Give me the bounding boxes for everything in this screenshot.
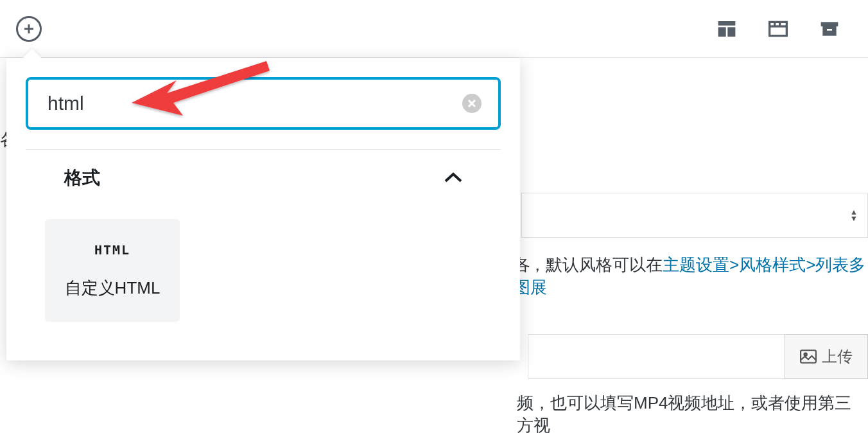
category-header-format[interactable]: 格式	[26, 149, 501, 206]
svg-rect-11	[827, 29, 832, 31]
bg-upload-input[interactable]	[528, 334, 785, 379]
blocks-grid: HTML 自定义HTML	[6, 206, 520, 335]
add-block-button[interactable]	[16, 16, 42, 42]
svg-rect-3	[718, 27, 726, 37]
svg-rect-9	[821, 22, 838, 26]
bg-text-fragment: 各	[0, 128, 6, 151]
block-inserter-popover: 格式 HTML 自定义HTML	[6, 58, 520, 360]
upload-button[interactable]: 上传	[785, 334, 868, 379]
svg-rect-12	[801, 350, 816, 363]
bg-select-field[interactable]: ▲▼	[521, 193, 868, 238]
search-container	[6, 58, 520, 149]
category-title: 格式	[64, 166, 100, 190]
svg-point-13	[804, 353, 807, 356]
clear-search-button[interactable]	[462, 94, 482, 113]
bg-help-text-2: 频，也可以填写MP4视频地址，或者使用第三方视	[517, 392, 868, 433]
editor-toolbar	[0, 0, 868, 58]
svg-rect-10	[822, 26, 836, 36]
layout-icon[interactable]	[714, 16, 740, 42]
bg-upload-row: 上传	[528, 334, 868, 379]
svg-rect-5	[770, 22, 787, 35]
film-icon[interactable]	[765, 16, 791, 42]
archive-icon[interactable]	[817, 16, 842, 42]
svg-rect-2	[718, 21, 736, 26]
block-search-input[interactable]	[26, 77, 501, 130]
chevron-up-icon	[444, 168, 462, 188]
select-arrows-icon: ▲▼	[850, 209, 858, 222]
bg-help-text-1: 各，默认风格可以在主题设置>风格样式>列表多图展	[514, 254, 868, 299]
toolbar-right	[714, 16, 842, 42]
block-label: 自定义HTML	[65, 277, 161, 299]
block-custom-html[interactable]: HTML 自定义HTML	[45, 219, 180, 322]
html-block-icon: HTML	[94, 242, 130, 258]
svg-rect-4	[727, 27, 735, 37]
